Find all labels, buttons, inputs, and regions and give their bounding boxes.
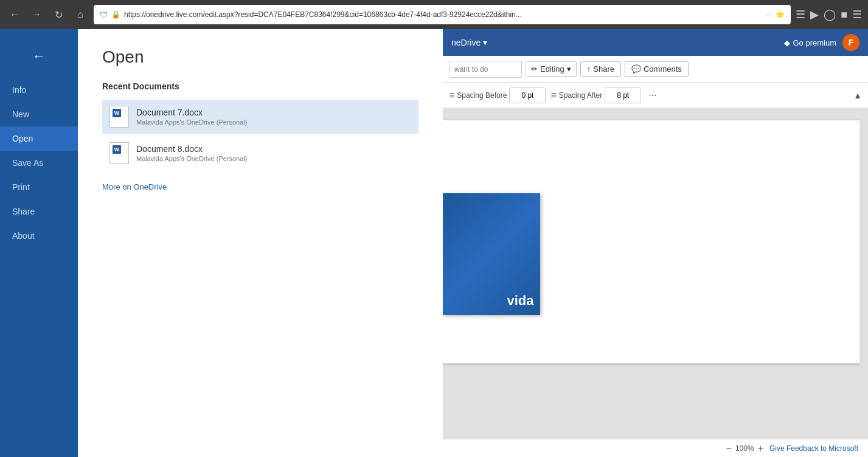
share-icon: ↑ <box>587 64 591 74</box>
toolbar-row: ✏ Editing ▾ ↑ Share 💬 Comments <box>443 56 868 83</box>
editor-area: neDrive ▾ ◆ Go premium F ✏ Editing ▾ ↑ S… <box>443 29 868 457</box>
word-doc-icon: W <box>109 106 129 128</box>
spacing-after-group: ≡ Spacing After <box>550 88 641 103</box>
sidebar-item-about[interactable]: About <box>0 224 78 248</box>
open-panel: Open Recent Documents W Document 7.docx … <box>78 29 443 457</box>
sidebar-nav: ← Info New Open Save As Print Share Abou… <box>0 29 78 457</box>
more-options-button[interactable]: ··· <box>646 90 659 101</box>
doc-content: vida <box>443 120 546 266</box>
browser-right-icons: ☰ ▶ ◯ ■ ☰ <box>796 8 862 21</box>
back-arrow-icon: ← <box>32 49 46 64</box>
feedback-link[interactable]: Give Feedback to Microsoft <box>769 444 858 453</box>
url-text: https://onedrive.live.com/edit.aspx?resi… <box>124 10 762 19</box>
account-icon[interactable]: ◯ <box>824 8 836 21</box>
word-topbar: neDrive ▾ ◆ Go premium F <box>443 29 868 56</box>
zoom-level: 100% <box>735 444 754 453</box>
reader-mode-icon[interactable]: ▶ <box>810 8 819 21</box>
comments-label: Comments <box>644 64 682 74</box>
go-premium-button[interactable]: ◆ Go premium <box>784 38 836 47</box>
menu-icon[interactable]: ☰ <box>852 8 862 21</box>
doc-info: Document 8.docx Malavida Apps's OneDrive… <box>136 144 247 162</box>
address-bar[interactable]: 🛡 🔒 https://onedrive.live.com/edit.aspx?… <box>94 5 791 24</box>
sidebar-item-label: Info <box>12 85 26 95</box>
sidebar-item-label: About <box>12 231 35 241</box>
diamond-icon: ◆ <box>784 38 790 47</box>
sidebar-item-label: Print <box>12 182 30 192</box>
topbar-right: ◆ Go premium F <box>784 34 859 51</box>
editing-label: Editing <box>540 64 564 74</box>
share-label: Share <box>593 64 614 74</box>
comments-button[interactable]: 💬 Comments <box>625 61 689 77</box>
spacing-after-label: Spacing After <box>559 91 602 100</box>
more-icon: ··· <box>766 10 772 19</box>
spacing-after-icon: ≡ <box>550 90 556 101</box>
doc-location: Malavida Apps's OneDrive (Personal) <box>136 155 247 162</box>
spacing-before-input[interactable] <box>509 88 546 103</box>
word-badge: W <box>113 109 121 117</box>
bookmark-icon: ⭐ <box>776 10 785 19</box>
comments-icon: 💬 <box>631 64 641 74</box>
sidebar-item-print[interactable]: Print <box>0 175 78 199</box>
lock-icon: 🔒 <box>111 10 120 19</box>
zoom-controls: − 100% + <box>726 443 763 454</box>
collapse-toolbar-button[interactable]: ▲ <box>853 91 862 100</box>
recent-docs-label: Recent Documents <box>102 81 418 91</box>
sidebar-item-share[interactable]: Share <box>0 199 78 224</box>
spacing-before-icon: ≡ <box>449 90 454 101</box>
back-button[interactable]: ← <box>0 41 78 72</box>
word-doc-icon: W <box>109 142 129 164</box>
editing-dropdown-icon: ▾ <box>567 64 571 74</box>
home-button[interactable]: ⌂ <box>72 6 89 23</box>
scroll-track[interactable] <box>859 108 868 439</box>
browser-fox-icon: F <box>842 34 859 51</box>
go-premium-label: Go premium <box>793 38 836 47</box>
sidebar-item-open[interactable]: Open <box>0 126 78 151</box>
share-button[interactable]: ↑ Share <box>580 61 621 77</box>
zoom-in-button[interactable]: + <box>758 443 763 454</box>
doc-info: Document 7.docx Malavida Apps's OneDrive… <box>136 108 247 126</box>
sidebar-item-info[interactable]: Info <box>0 78 78 102</box>
app-container: ← Info New Open Save As Print Share Abou… <box>0 29 868 457</box>
embedded-image: vida <box>443 193 540 315</box>
pencil-icon: ✏ <box>531 64 538 74</box>
sidebar-item-label: Share <box>12 207 35 216</box>
tell-me-input[interactable] <box>449 61 522 78</box>
spacing-after-input[interactable] <box>605 88 641 103</box>
extensions-icon[interactable]: ■ <box>841 9 847 21</box>
doc-name: Document 7.docx <box>136 108 247 117</box>
spacing-toolbar: ≡ Spacing Before ≡ Spacing After ··· ▲ <box>443 83 868 108</box>
more-onedrive-link[interactable]: More on OneDrive <box>102 182 167 191</box>
back-button[interactable]: ← <box>6 6 23 23</box>
forward-button[interactable]: → <box>28 6 45 23</box>
topbar-left: neDrive ▾ <box>451 38 487 47</box>
editing-button[interactable]: ✏ Editing ▾ <box>526 61 577 77</box>
sidebar-item-saveas[interactable]: Save As <box>0 151 78 175</box>
spacing-before-group: ≡ Spacing Before <box>449 88 546 103</box>
library-icon[interactable]: ☰ <box>796 8 805 21</box>
onedrive-label: neDrive ▾ <box>451 38 487 47</box>
doc-location: Malavida Apps's OneDrive (Personal) <box>136 119 247 126</box>
zoom-out-button[interactable]: − <box>726 443 732 454</box>
doc-name: Document 8.docx <box>136 144 247 154</box>
image-text: vida <box>507 293 533 309</box>
open-title: Open <box>102 47 418 67</box>
shield-icon: 🛡 <box>100 10 108 19</box>
browser-chrome: ← → ↻ ⌂ 🛡 🔒 https://onedrive.live.com/ed… <box>0 0 868 29</box>
spacing-before-label: Spacing Before <box>457 91 507 100</box>
doc-page: vida <box>443 120 868 363</box>
status-bar: − 100% + Give Feedback to Microsoft <box>443 439 868 457</box>
reload-button[interactable]: ↻ <box>50 6 67 23</box>
sidebar-item-new[interactable]: New <box>0 102 78 126</box>
sidebar-item-label: Save As <box>12 158 43 168</box>
document-item-8[interactable]: W Document 8.docx Malavida Apps's OneDri… <box>102 136 418 170</box>
sidebar-item-label: New <box>12 109 29 119</box>
document-item-7[interactable]: W Document 7.docx Malavida Apps's OneDri… <box>102 100 418 134</box>
doc-canvas: vida <box>443 108 868 439</box>
sidebar-item-label: Open <box>12 134 33 143</box>
word-badge: W <box>113 145 121 154</box>
